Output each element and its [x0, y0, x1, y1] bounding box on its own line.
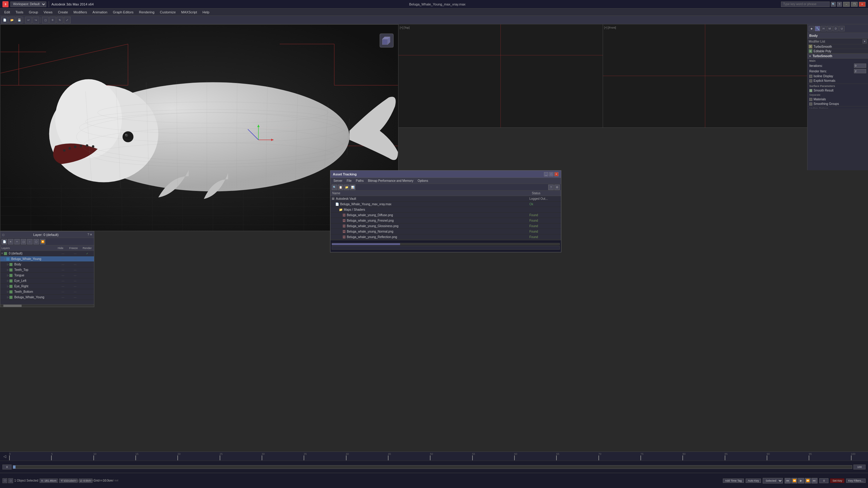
key-filters-btn[interactable]: Key Filters... [846, 479, 866, 483]
undo-button[interactable]: ↩ [25, 17, 32, 24]
set-key-btn[interactable]: Set Key [830, 479, 844, 483]
menu-modifiers[interactable]: Modifiers [71, 9, 89, 15]
asset-menu-paths[interactable]: Paths [354, 179, 366, 183]
create-tab[interactable]: ◆ [809, 26, 814, 31]
search-input[interactable] [781, 2, 830, 7]
modify-tab[interactable]: 🔧 [815, 26, 820, 31]
asset-tb-btn3[interactable]: 📁 [344, 185, 349, 190]
motion-tab[interactable]: M [827, 26, 832, 31]
save-file-button[interactable]: 💾 [16, 17, 23, 24]
layer-row[interactable]: ▼ 0 (default) — — ✓ [0, 251, 94, 256]
asset-tb-right1[interactable]: ? [548, 185, 554, 190]
asset-menu-options[interactable]: Options [416, 179, 430, 183]
redo-button[interactable]: ↪ [33, 17, 39, 24]
layer-group-btn[interactable]: ⬡ [33, 239, 39, 245]
asset-tb-btn2[interactable]: 📋 [338, 185, 343, 190]
layer-scrollbar-thumb[interactable] [3, 305, 22, 307]
menu-create[interactable]: Create [55, 9, 70, 15]
menu-animation[interactable]: Animation [90, 9, 110, 15]
menu-maxscript[interactable]: MAXScript [179, 9, 199, 15]
asset-close-btn[interactable]: ✕ [554, 172, 559, 176]
time-start-input[interactable]: 0 [2, 464, 11, 469]
layer-scrollbar[interactable] [0, 304, 94, 307]
asset-row[interactable]: 🖼 Beluga_whale_young_Glossiness.png Foun… [331, 224, 561, 229]
current-frame-input[interactable] [819, 478, 829, 483]
search-button[interactable]: 🔍 [831, 2, 836, 7]
menu-tools[interactable]: Tools [13, 9, 26, 15]
isoline-checkbox[interactable] [809, 75, 812, 78]
selected-dropdown[interactable]: Selected [763, 478, 783, 483]
timeline-thumb[interactable] [13, 465, 16, 468]
workspace-dropdown[interactable]: Workspace: Default [10, 2, 46, 7]
materials-checkbox[interactable] [809, 98, 812, 101]
turbosm-collapse[interactable]: ▼ [809, 55, 811, 58]
asset-tb-right2[interactable]: ⚙ [554, 185, 560, 190]
close-button[interactable]: ✕ [859, 2, 866, 7]
prev-frame-btn[interactable]: ⏪ [791, 478, 798, 483]
menu-graph-editors[interactable]: Graph Editors [111, 9, 136, 15]
hierarchy-tab[interactable]: H [821, 26, 826, 31]
smoothing-groups-checkbox[interactable] [809, 102, 812, 105]
timeline-track[interactable]: 0510152025303540455055606570758085909510… [9, 452, 868, 461]
layer-add-btn[interactable]: + [14, 239, 20, 245]
layer-move-btn[interactable]: ↑ [27, 239, 33, 245]
asset-row[interactable]: 📁 Maps / Shaders [331, 207, 561, 213]
menu-rendering[interactable]: Rendering [136, 9, 157, 15]
layer-panel-help[interactable]: ? [87, 233, 89, 236]
asset-row[interactable]: 📄 Beluga_Whale_Young_max_vray.max Ok [331, 202, 561, 207]
layer-row[interactable]: ▷ Teeth_Bottom — — [0, 289, 94, 295]
timeline-icon[interactable]: ◁ [3, 454, 6, 458]
asset-row[interactable]: 🖼 Beluga_whale_young_Reflection.png Foun… [331, 234, 561, 240]
asset-row[interactable]: 🖼 Beluga_whale_young_Normal.png Found [331, 229, 561, 234]
layer-row[interactable]: ▷ Beluga_Whale_Young — — [0, 295, 94, 300]
layer-row[interactable]: ▷ Teeth_Top — — [0, 267, 94, 273]
asset-menu-bitmap[interactable]: Bitmap Performance and Memory [366, 179, 415, 183]
go-end-btn[interactable]: ⏭ [811, 478, 817, 483]
turbosmooth-modifier[interactable]: T TurboSmooth [807, 44, 868, 49]
menu-edit[interactable]: Edit [2, 9, 12, 15]
status-icon2[interactable]: ◻ [8, 478, 13, 483]
asset-row[interactable]: 🏛 Autodesk Vault Logged Out... [331, 196, 561, 202]
restore-button[interactable]: ❐ [851, 2, 858, 7]
layer-filter-btn[interactable]: 🔽 [40, 239, 45, 245]
layer-row[interactable]: ▷ Beluga_Whale_Young — — [0, 256, 94, 262]
select-button[interactable]: ◻ [42, 17, 49, 24]
asset-row[interactable]: 🖼 Beluga_whale_young_Diffuse.png Found [331, 213, 561, 218]
layer-new-btn[interactable]: 📄 [2, 239, 7, 245]
menu-customize[interactable]: Customize [158, 9, 178, 15]
auto-key-btn[interactable]: Auto Key [746, 479, 761, 483]
layer-row[interactable]: ▷ Body — — [0, 262, 94, 267]
top-viewport[interactable]: [+] [Top] [399, 24, 603, 127]
render-iters-input[interactable] [854, 69, 866, 73]
asset-tb-btn1[interactable]: 🔍 [332, 185, 337, 190]
explicit-normals-checkbox[interactable] [809, 79, 812, 83]
layer-panel-close[interactable]: ✕ [90, 233, 92, 236]
minimize-button[interactable]: − [843, 2, 850, 7]
utilities-tab[interactable]: U [839, 26, 844, 31]
asset-maximize-btn[interactable]: □ [549, 172, 553, 176]
smooth-result-checkbox[interactable] [809, 89, 812, 92]
open-file-button[interactable]: 📂 [8, 17, 15, 24]
time-end-input[interactable]: 100 [854, 464, 866, 469]
rotate-button[interactable]: ↻ [57, 17, 63, 24]
display-tab[interactable]: D [833, 26, 838, 31]
new-file-button[interactable]: 📄 [1, 17, 8, 24]
asset-menu-file[interactable]: File [345, 179, 353, 183]
asset-tb-btn4[interactable]: 📊 [350, 185, 355, 190]
next-frame-btn[interactable]: ⏩ [805, 478, 811, 483]
layer-delete-btn[interactable]: ✕ [8, 239, 13, 245]
play-btn[interactable]: ▶ [798, 478, 804, 483]
modifier-list-dropdown[interactable]: ▼ [863, 39, 867, 43]
asset-menu-server[interactable]: Server [332, 179, 344, 183]
editable-poly-modifier[interactable]: E Editable Poly [807, 49, 868, 54]
layer-row[interactable]: ▷ Eye_Left — — [0, 278, 94, 284]
menu-group[interactable]: Group [27, 9, 41, 15]
go-start-btn[interactable]: ⏮ [785, 478, 791, 483]
scale-button[interactable]: ⤢ [64, 17, 70, 24]
iterations-input[interactable] [854, 64, 866, 68]
layer-row[interactable]: ▷ Eye_Right — — [0, 284, 94, 289]
asset-row[interactable]: 🖼 Beluga_whale_young_Fresnel.png Found [331, 218, 561, 224]
add-time-tag[interactable]: Add Time Tag [723, 479, 744, 483]
move-button[interactable]: ✛ [49, 17, 56, 24]
menu-views[interactable]: Views [41, 9, 55, 15]
